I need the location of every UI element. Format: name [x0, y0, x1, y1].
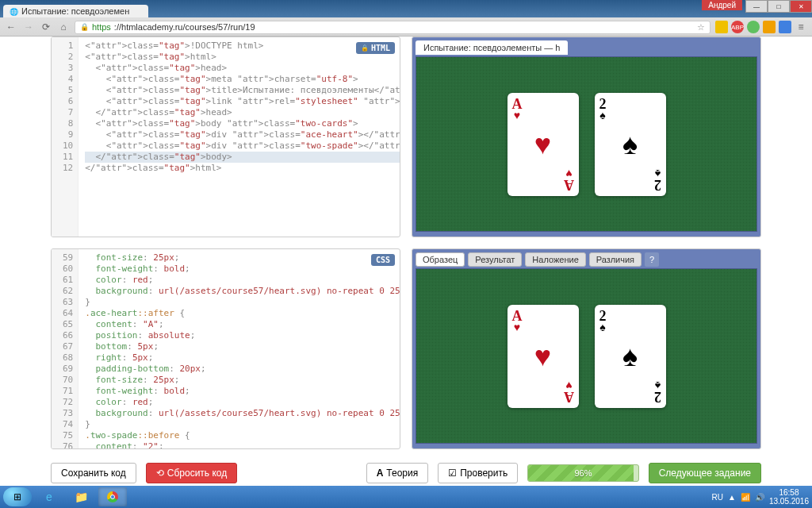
- check-icon: ☑: [448, 468, 457, 479]
- close-button[interactable]: ✕: [790, 0, 812, 13]
- result-tab-0[interactable]: Образец: [416, 252, 465, 267]
- bookmark-icon[interactable]: ☆: [697, 22, 705, 33]
- address-bar[interactable]: 🔒 https://htmlacademy.ru/courses/57/run/…: [75, 21, 710, 34]
- action-bar: Сохранить код ⟲Сбросить код AТеория ☑Про…: [51, 460, 761, 486]
- minimize-button[interactable]: —: [745, 0, 768, 13]
- ext-icon[interactable]: [763, 21, 776, 33]
- card-two-spade: 2♠ ♠ 2♠: [595, 305, 666, 408]
- theory-button[interactable]: AТеория: [366, 463, 429, 483]
- window-controls: — □ ✕: [745, 0, 812, 13]
- preview-surface: A♥ ♥ A♥ 2♠ ♠ 2♠: [416, 56, 757, 232]
- result-tab-1[interactable]: Результат: [468, 252, 522, 267]
- tray-clock[interactable]: 16:58 13.05.2016: [769, 488, 809, 506]
- save-button[interactable]: Сохранить код: [51, 463, 136, 483]
- help-button[interactable]: ?: [645, 252, 659, 267]
- tab-strip: Испытание: псевдоэлемен: [0, 0, 812, 17]
- url-scheme: https: [92, 22, 111, 32]
- card-ace-heart: A♥ ♥ A♥: [508, 93, 579, 196]
- browser-chrome: Андрей — □ ✕ Испытание: псевдоэлемен ← →…: [0, 0, 812, 37]
- book-icon: A: [377, 468, 384, 479]
- html-editor[interactable]: 🔒HTML 123456789101112 <"attr">class="tag…: [51, 37, 400, 237]
- next-task-button[interactable]: Следующее задание: [649, 463, 761, 483]
- ext-icon[interactable]: [715, 21, 728, 33]
- back-button[interactable]: ←: [5, 21, 17, 33]
- tray-flag-icon[interactable]: ▲: [728, 493, 736, 502]
- card-ace-heart: A♥ ♥ A♥: [508, 305, 579, 408]
- url-path: ://htmlacademy.ru/courses/57/run/19: [114, 22, 255, 32]
- reload-button[interactable]: ⟳: [40, 21, 52, 33]
- nav-toolbar: ← → ⟳ ⌂ 🔒 https://htmlacademy.ru/courses…: [0, 17, 812, 37]
- home-button[interactable]: ⌂: [57, 21, 70, 33]
- preview-result: ОбразецРезультатНаложениеРазличия? A♥ ♥ …: [412, 248, 761, 449]
- tray-network-icon[interactable]: 📶: [741, 493, 750, 502]
- card-two-spade: 2♠ ♠ 2♠: [595, 93, 666, 196]
- start-button[interactable]: ⊞: [3, 487, 32, 506]
- reset-button[interactable]: ⟲Сбросить код: [146, 463, 237, 483]
- spade-icon: ♠: [616, 342, 645, 371]
- reset-icon: ⟲: [156, 468, 164, 479]
- system-tray: RU ▲ 📶 🔊 16:58 13.05.2016: [712, 488, 809, 506]
- workspace: 🔒HTML 123456789101112 <"attr">class="tag…: [0, 37, 812, 486]
- tray-lang[interactable]: RU: [712, 493, 723, 502]
- extension-icons: ABP ≡: [715, 21, 807, 33]
- chrome-user-badge[interactable]: Андрей: [702, 0, 742, 10]
- result-tab-2[interactable]: Наложение: [525, 252, 585, 267]
- maximize-button[interactable]: □: [768, 0, 790, 13]
- taskbar-ie-icon[interactable]: e: [35, 487, 63, 506]
- browser-tab[interactable]: Испытание: псевдоэлемен: [3, 5, 148, 17]
- lock-icon: 🔒: [80, 23, 89, 31]
- check-button[interactable]: ☑Проверить: [438, 463, 518, 483]
- heart-icon: ♥: [529, 342, 557, 371]
- css-editor[interactable]: CSS 596061626364656667686970717273747576…: [51, 248, 400, 449]
- preview-title-tab: Испытание: псевдоэлементы — h: [416, 40, 568, 55]
- tray-volume-icon[interactable]: 🔊: [755, 493, 764, 502]
- windows-taskbar: ⊞ e 📁 RU ▲ 📶 🔊 16:58 13.05.2016: [0, 486, 812, 508]
- lock-icon: 🔒: [361, 44, 369, 52]
- progress-bar: 96%: [527, 464, 638, 482]
- heart-icon: ♥: [529, 130, 557, 159]
- taskbar-chrome-icon[interactable]: [98, 487, 127, 506]
- preview-sample: Испытание: псевдоэлементы — h A♥ ♥ A♥ 2♠…: [412, 37, 761, 237]
- ext-icon[interactable]: [747, 21, 760, 33]
- forward-button[interactable]: →: [22, 21, 35, 33]
- progress-text: 96%: [528, 465, 638, 481]
- html-badge: 🔒HTML: [356, 42, 395, 54]
- spade-icon: ♠: [616, 130, 645, 159]
- result-tab-3[interactable]: Различия: [589, 252, 642, 267]
- menu-button[interactable]: ≡: [795, 21, 807, 33]
- css-badge: CSS: [371, 254, 395, 266]
- ext-icon-abp[interactable]: ABP: [731, 21, 744, 33]
- ext-icon[interactable]: [779, 21, 791, 33]
- taskbar-explorer-icon[interactable]: 📁: [67, 487, 95, 506]
- result-surface: A♥ ♥ A♥ 2♠ ♠ 2♠: [416, 268, 757, 444]
